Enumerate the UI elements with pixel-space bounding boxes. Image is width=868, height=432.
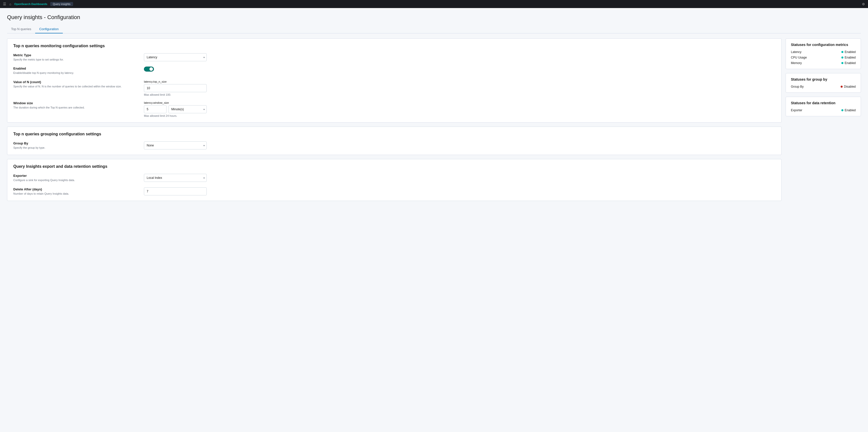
status-cpu-value: Enabled xyxy=(841,56,856,59)
status-latency-text: Enabled xyxy=(845,50,856,54)
group-by-select[interactable]: None Similarity xyxy=(144,142,207,149)
monitoring-config-card: Top n queries monitoring configuration s… xyxy=(7,38,782,123)
top-n-size-input[interactable] xyxy=(144,84,207,92)
status-config-title: Statuses for configuration metrics xyxy=(791,43,856,47)
metric-type-select-wrapper: Latency CPU Usage Memory ▾ xyxy=(144,53,207,61)
navbar: ☰ ⌂ OpenSearch Dashboards Query insights… xyxy=(0,0,868,8)
home-icon[interactable]: ⌂ xyxy=(9,2,11,6)
status-group-title: Statuses for group by xyxy=(791,78,856,81)
exporter-control: Local Index None ▾ xyxy=(144,174,207,182)
metric-type-label-area: Metric Type Specify the metric type to s… xyxy=(13,53,139,62)
status-config-row-cpu: CPU Usage Enabled xyxy=(791,56,856,59)
page-title: Query insights - Configuration xyxy=(7,14,861,21)
exporter-select[interactable]: Local Index None xyxy=(144,174,207,182)
left-column: Top n queries monitoring configuration s… xyxy=(7,38,782,201)
enabled-toggle[interactable] xyxy=(144,67,154,71)
breadcrumb-query-insights[interactable]: Query insights xyxy=(50,2,73,6)
status-memory-value: Enabled xyxy=(841,61,856,65)
status-config-card: Statuses for configuration metrics Laten… xyxy=(786,38,861,69)
hamburger-icon[interactable]: ☰ xyxy=(3,2,6,6)
window-size-number-input[interactable] xyxy=(144,105,166,113)
metric-type-label: Metric Type xyxy=(13,53,139,57)
delete-after-description: Number of days to retain Query Insights … xyxy=(13,192,139,196)
metric-type-row: Metric Type Specify the metric type to s… xyxy=(13,53,775,62)
toggle-knob xyxy=(149,67,153,71)
status-cpu-text: Enabled xyxy=(845,56,856,59)
exporter-row: Exporter Configure a sink for exporting … xyxy=(13,174,775,182)
group-by-description: Specify the group by type. xyxy=(13,146,139,150)
status-retention-card: Statuses for data retention Exporter Ena… xyxy=(786,97,861,116)
status-cpu-dot xyxy=(841,57,843,59)
content-area: Query insights - Configuration Top N que… xyxy=(0,8,868,207)
window-size-group: latency.window_size Minute(s) Hour(s) ▾ xyxy=(144,101,207,117)
export-config-card: Query Insights export and data retention… xyxy=(7,159,782,201)
status-group-value: Disabled xyxy=(841,85,856,88)
metric-type-select[interactable]: Latency CPU Usage Memory xyxy=(144,53,207,61)
grouping-config-card: Top n queries grouping configuration set… xyxy=(7,127,782,155)
delete-after-control xyxy=(144,187,207,195)
value-of-n-label: Value of N (count) xyxy=(13,80,139,84)
brand-logo: OpenSearch Dashboards xyxy=(14,2,47,5)
status-cpu-label: CPU Usage xyxy=(791,56,807,59)
grouping-card-title: Top n queries grouping configuration set… xyxy=(13,132,775,136)
metric-type-control: Latency CPU Usage Memory ▾ xyxy=(144,53,207,61)
window-size-description: The duration during which the Top N quer… xyxy=(13,106,139,110)
monitoring-card-title: Top n queries monitoring configuration s… xyxy=(13,44,775,48)
tab-configuration[interactable]: Configuration xyxy=(35,25,63,33)
group-by-label: Group By xyxy=(13,142,139,145)
status-config-row-latency: Latency Enabled xyxy=(791,50,856,54)
opensearch-logo-text: OpenSearch Dashboards xyxy=(14,2,47,5)
top-n-size-hint: Max allowed limit 100. xyxy=(144,93,207,96)
delete-after-label-area: Delete After (days) Number of days to re… xyxy=(13,187,139,196)
status-group-row: Group By Disabled xyxy=(791,85,856,88)
window-size-unit-select[interactable]: Minute(s) Hour(s) xyxy=(168,105,207,113)
exporter-select-wrapper: Local Index None ▾ xyxy=(144,174,207,182)
enabled-row: Enabled Enable/disable top N query monit… xyxy=(13,67,775,75)
enabled-control xyxy=(144,67,207,71)
tabs-bar: Top N queries Configuration xyxy=(7,25,861,33)
value-of-n-description: Specify the value of N. N is the number … xyxy=(13,85,139,88)
window-size-label-area: Window size The duration during which th… xyxy=(13,101,139,110)
enabled-toggle-wrapper xyxy=(144,67,207,71)
group-by-control: None Similarity ▾ xyxy=(144,142,207,149)
status-config-row-memory: Memory Enabled xyxy=(791,61,856,65)
status-memory-text: Enabled xyxy=(845,61,856,65)
exporter-description: Configure a sink for exporting Query Ins… xyxy=(13,178,139,182)
enabled-label-area: Enabled Enable/disable top N query monit… xyxy=(13,67,139,75)
status-latency-dot xyxy=(841,51,843,53)
metric-type-description: Specify the metric type to set settings … xyxy=(13,58,139,62)
status-memory-label: Memory xyxy=(791,61,802,65)
enabled-label: Enabled xyxy=(13,67,139,70)
group-by-label-area: Group By Specify the group by type. xyxy=(13,142,139,150)
window-size-inputs: Minute(s) Hour(s) ▾ xyxy=(144,105,207,113)
value-of-n-label-area: Value of N (count) Specify the value of … xyxy=(13,80,139,88)
status-retention-row: Exporter Enabled xyxy=(791,109,856,112)
window-size-label: Window size xyxy=(13,101,139,105)
status-memory-dot xyxy=(841,62,843,64)
top-n-size-group: latency.top_n_size Max allowed limit 100… xyxy=(144,80,207,96)
status-latency-label: Latency xyxy=(791,50,801,54)
settings-icon[interactable]: ⚙ xyxy=(862,2,865,6)
window-size-unit-wrapper: Minute(s) Hour(s) ▾ xyxy=(168,105,207,113)
status-latency-value: Enabled xyxy=(841,50,856,54)
window-size-hint: Max allowed limit 24 hours. xyxy=(144,114,207,117)
enabled-description: Enable/disable top N query monitoring by… xyxy=(13,71,139,75)
window-size-control: latency.window_size Minute(s) Hour(s) ▾ xyxy=(144,101,207,117)
value-of-n-row: Value of N (count) Specify the value of … xyxy=(13,80,775,96)
status-exporter-value: Enabled xyxy=(841,109,856,112)
window-size-row: Window size The duration during which th… xyxy=(13,101,775,117)
status-exporter-text: Enabled xyxy=(845,109,856,112)
top-n-size-label: latency.top_n_size xyxy=(144,80,207,83)
group-by-row: Group By Specify the group by type. None… xyxy=(13,142,775,150)
window-size-input-label: latency.window_size xyxy=(144,101,207,104)
exporter-label-area: Exporter Configure a sink for exporting … xyxy=(13,174,139,182)
delete-after-label: Delete After (days) xyxy=(13,187,139,191)
status-exporter-dot xyxy=(841,109,843,111)
status-exporter-label: Exporter xyxy=(791,109,802,112)
delete-after-row: Delete After (days) Number of days to re… xyxy=(13,187,775,196)
status-group-dot xyxy=(841,86,843,88)
delete-after-input[interactable] xyxy=(144,187,207,195)
tab-top-n-queries[interactable]: Top N queries xyxy=(7,25,35,33)
status-group-label: Group By xyxy=(791,85,804,88)
exporter-label: Exporter xyxy=(13,174,139,178)
